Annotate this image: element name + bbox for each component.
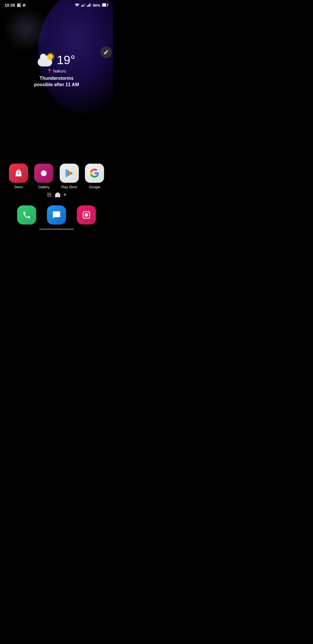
wifi-icon	[75, 3, 79, 8]
status-left: 10:35 🖼 ⚙	[5, 3, 26, 8]
page-dot	[64, 193, 66, 196]
status-right: 66%	[75, 3, 108, 8]
signal1-icon	[81, 3, 85, 8]
svg-point-0	[77, 6, 77, 7]
weather-description: Thunderstormspossible after 11 AM	[34, 75, 79, 88]
weather-location: 📍 Nakuru	[47, 69, 66, 73]
gallery-icon	[34, 164, 53, 183]
app-google[interactable]: Google	[84, 164, 105, 189]
weather-temperature: 19°	[57, 54, 75, 66]
svg-rect-2	[82, 5, 83, 7]
google-label: Google	[89, 185, 100, 189]
gallery-label: Gallery	[38, 185, 49, 189]
wallpaper-dots	[3, 6, 49, 52]
svg-rect-6	[88, 5, 89, 7]
playstore-icon	[60, 164, 79, 183]
store-icon	[9, 164, 28, 183]
google-icon	[85, 164, 104, 183]
photo-icon: 🖼	[17, 3, 21, 8]
app-playstore[interactable]: Play Store	[59, 164, 80, 189]
menu-indicator	[47, 193, 52, 196]
svg-rect-4	[85, 3, 85, 7]
dock-messages[interactable]	[47, 205, 66, 225]
dock-capture[interactable]	[77, 205, 96, 225]
status-bar: 10:35 🖼 ⚙	[0, 0, 113, 10]
svg-rect-1	[81, 6, 82, 7]
location-name: Nakuru	[53, 69, 66, 73]
app-row: Store Gallery	[0, 164, 113, 189]
battery-percent: 66%	[93, 3, 100, 8]
svg-rect-11	[103, 3, 106, 6]
weather-widget[interactable]: 19° 📍 Nakuru Thunderstormspossible after…	[0, 54, 113, 88]
store-label: Store	[14, 185, 23, 189]
signal2-icon	[87, 3, 91, 8]
playstore-label: Play Store	[61, 185, 77, 189]
svg-rect-8	[90, 3, 91, 7]
weather-main: 19°	[38, 54, 75, 66]
app-gallery[interactable]: Gallery	[33, 164, 54, 189]
battery-icon	[102, 3, 108, 8]
time-display: 10:35	[5, 3, 15, 8]
edit-button[interactable]	[100, 46, 112, 58]
settings-icon: ⚙	[22, 3, 26, 8]
weather-icon	[38, 54, 54, 66]
svg-rect-5	[87, 6, 88, 7]
svg-point-17	[85, 213, 88, 217]
sun-icon	[48, 54, 53, 59]
svg-rect-3	[83, 4, 84, 7]
home-indicator	[55, 192, 60, 197]
dock	[0, 205, 113, 225]
home-bar	[39, 229, 74, 230]
svg-rect-7	[89, 4, 90, 7]
app-store[interactable]: Store	[8, 164, 29, 189]
dock-phone[interactable]	[17, 205, 36, 225]
wallpaper	[0, 0, 113, 232]
location-pin-icon: 📍	[47, 69, 52, 73]
page-indicators	[0, 192, 113, 197]
svg-rect-10	[108, 4, 108, 6]
